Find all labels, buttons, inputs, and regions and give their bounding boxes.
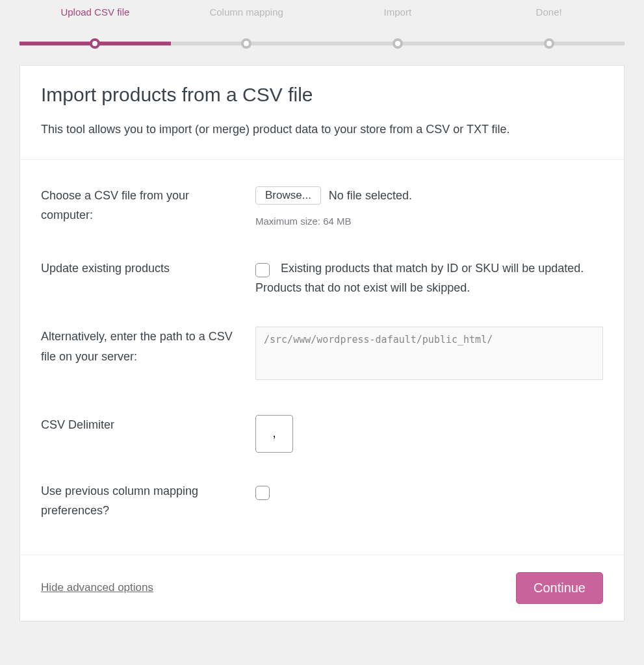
card-body: Choose a CSV file from your computer: Br… [20, 160, 624, 555]
import-progress: Upload CSV fileColumn mappingImportDone! [19, 6, 625, 45]
step-4: Done! [473, 6, 625, 33]
row-delimiter: CSV Delimiter [41, 401, 603, 467]
update-existing-checkbox[interactable] [255, 263, 270, 277]
update-existing-desc: Existing products that match by ID or SK… [255, 262, 584, 295]
import-card: Import products from a CSV file This too… [19, 65, 625, 621]
server-path-input[interactable] [255, 327, 603, 380]
delimiter-label: CSV Delimiter [41, 415, 255, 435]
browse-button[interactable]: Browse... [255, 186, 321, 205]
step-dot-1 [90, 38, 100, 49]
file-selected-text: No file selected. [329, 186, 412, 206]
prev-mapping-checkbox[interactable] [255, 486, 270, 500]
max-size-hint: Maximum size: 64 MB [255, 213, 603, 230]
continue-button[interactable]: Continue [516, 572, 603, 604]
step-dot-3 [393, 38, 403, 49]
server-path-label: Alternatively, enter the path to a CSV f… [41, 327, 255, 366]
row-server-path: Alternatively, enter the path to a CSV f… [41, 312, 603, 401]
page-title: Import products from a CSV file [41, 84, 603, 106]
card-header: Import products from a CSV file This too… [20, 66, 624, 160]
step-3: Import [322, 6, 474, 33]
step-dot-2 [241, 38, 251, 49]
page-subtitle: This tool allows you to import (or merge… [41, 120, 603, 140]
prev-mapping-label: Use previous column mapping preferences? [41, 481, 255, 521]
step-1: Upload CSV file [19, 6, 171, 33]
row-choose-file: Choose a CSV file from your computer: Br… [41, 171, 603, 244]
step-dot-4 [544, 38, 554, 49]
choose-file-label: Choose a CSV file from your computer: [41, 186, 255, 225]
row-update-existing: Update existing products Existing produc… [41, 244, 603, 312]
update-existing-label: Update existing products [41, 258, 255, 279]
progress-track [19, 42, 625, 45]
card-footer: Hide advanced options Continue [20, 555, 624, 621]
row-prev-mapping: Use previous column mapping preferences? [41, 467, 603, 535]
step-2: Column mapping [171, 6, 322, 33]
toggle-advanced-link[interactable]: Hide advanced options [41, 581, 153, 594]
delimiter-input[interactable] [255, 415, 293, 453]
